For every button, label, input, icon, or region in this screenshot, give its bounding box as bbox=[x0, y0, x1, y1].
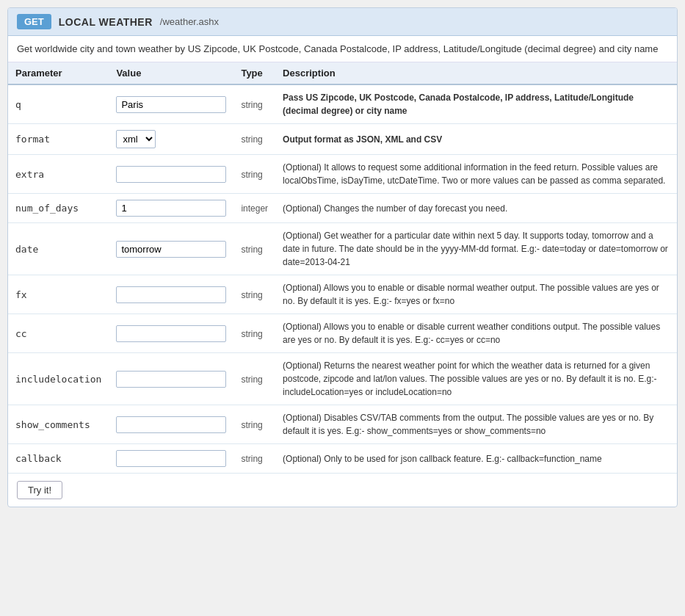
param-value-cell[interactable] bbox=[109, 405, 233, 444]
param-name: cc bbox=[15, 328, 27, 339]
param-name-cell: cc bbox=[8, 314, 109, 353]
param-name: num_of_days bbox=[15, 203, 79, 214]
table-row: qstringPass US Zipcode, UK Postcode, Can… bbox=[8, 84, 677, 124]
param-desc: (Optional) Disables CSV/TAB comments fro… bbox=[283, 413, 653, 436]
param-name: extra bbox=[15, 169, 44, 180]
param-value-cell[interactable] bbox=[109, 194, 233, 223]
api-panel: GET LOCAL WEATHER /weather.ashx Get worl… bbox=[7, 7, 678, 507]
param-desc: (Optional) Allows you to enable or disab… bbox=[283, 283, 659, 306]
parameters-table: Parameter Value Type Description qstring… bbox=[8, 62, 677, 473]
param-name: fx bbox=[15, 289, 27, 300]
param-desc-cell: Output format as JSON, XML and CSV bbox=[275, 124, 677, 155]
table-row: formatxmljsoncsvstringOutput format as J… bbox=[8, 124, 677, 155]
param-input-q[interactable] bbox=[116, 96, 226, 113]
table-row: callbackstring(Optional) Only to be used… bbox=[8, 444, 677, 474]
param-type: string bbox=[241, 374, 262, 385]
format-select-wrap: xmljsoncsv bbox=[116, 130, 226, 148]
param-type-cell: string bbox=[233, 84, 275, 124]
param-desc: Output format as JSON, XML and CSV bbox=[283, 134, 442, 145]
api-header: GET LOCAL WEATHER /weather.ashx bbox=[8, 8, 677, 36]
param-type: string bbox=[241, 290, 262, 300]
param-desc-cell: (Optional) Only to be used for json call… bbox=[275, 444, 677, 474]
param-desc-cell: (Optional) Changes the number of day for… bbox=[275, 194, 677, 223]
param-name: includelocation bbox=[15, 374, 101, 385]
param-type-cell: string bbox=[233, 223, 275, 275]
param-value-cell[interactable]: xmljsoncsv bbox=[109, 124, 233, 155]
table-row: ccstring(Optional) Allows you to enable … bbox=[8, 314, 677, 353]
param-input-includelocation[interactable] bbox=[116, 371, 226, 388]
param-name-cell: extra bbox=[8, 155, 109, 194]
param-input-date[interactable] bbox=[116, 241, 226, 258]
table-row: fxstring(Optional) Allows you to enable … bbox=[8, 275, 677, 314]
col-type: Type bbox=[233, 62, 275, 84]
param-type: string bbox=[241, 100, 262, 110]
param-type-cell: string bbox=[233, 444, 275, 474]
param-desc-cell: (Optional) Returns the nearest weather p… bbox=[275, 353, 677, 405]
param-type: string bbox=[241, 170, 262, 180]
param-name: callback bbox=[15, 453, 62, 464]
param-type-cell: string bbox=[233, 275, 275, 314]
param-type-cell: integer bbox=[233, 194, 275, 223]
param-name-cell: fx bbox=[8, 275, 109, 314]
param-input-show_comments[interactable] bbox=[116, 416, 226, 433]
param-name-cell: num_of_days bbox=[8, 194, 109, 223]
param-type: string bbox=[241, 454, 262, 464]
param-type: integer bbox=[241, 203, 268, 214]
table-row: includelocationstring(Optional) Returns … bbox=[8, 353, 677, 405]
param-desc-cell: (Optional) Disables CSV/TAB comments fro… bbox=[275, 405, 677, 444]
param-value-cell[interactable] bbox=[109, 275, 233, 314]
try-it-button[interactable]: Try it! bbox=[17, 481, 62, 499]
api-path: /weather.ashx bbox=[160, 16, 219, 27]
param-input-cc[interactable] bbox=[116, 325, 226, 342]
param-value-cell[interactable] bbox=[109, 314, 233, 353]
table-row: num_of_daysinteger(Optional) Changes the… bbox=[8, 194, 677, 223]
param-name: q bbox=[15, 99, 21, 110]
http-method-badge: GET bbox=[17, 14, 51, 29]
param-desc: (Optional) Changes the number of day for… bbox=[283, 203, 507, 214]
param-name-cell: includelocation bbox=[8, 353, 109, 405]
param-value-cell[interactable] bbox=[109, 223, 233, 275]
param-desc: (Optional) Get weather for a particular … bbox=[283, 231, 668, 267]
param-type-cell: string bbox=[233, 314, 275, 353]
param-value-cell[interactable] bbox=[109, 353, 233, 405]
param-input-callback[interactable] bbox=[116, 450, 226, 467]
param-desc-cell: (Optional) Allows you to enable or disab… bbox=[275, 314, 677, 353]
table-row: show_commentsstring(Optional) Disables C… bbox=[8, 405, 677, 444]
param-desc-cell: (Optional) It allows to request some add… bbox=[275, 155, 677, 194]
param-type: string bbox=[241, 134, 262, 145]
param-type: string bbox=[241, 244, 262, 255]
param-type-cell: string bbox=[233, 124, 275, 155]
col-parameter: Parameter bbox=[8, 62, 109, 84]
col-description: Description bbox=[275, 62, 677, 84]
api-description: Get worldwide city and town weather by U… bbox=[8, 36, 677, 62]
format-select[interactable]: xmljsoncsv bbox=[116, 130, 156, 148]
param-name: format bbox=[15, 134, 50, 145]
param-type: string bbox=[241, 420, 262, 430]
param-input-extra[interactable] bbox=[116, 166, 226, 183]
param-type-cell: string bbox=[233, 353, 275, 405]
try-it-bar: Try it! bbox=[8, 473, 677, 507]
param-desc: (Optional) Allows you to enable or disab… bbox=[283, 322, 660, 345]
param-value-cell[interactable] bbox=[109, 444, 233, 474]
param-input-fx[interactable] bbox=[116, 286, 226, 303]
col-value: Value bbox=[109, 62, 233, 84]
table-header-row: Parameter Value Type Description bbox=[8, 62, 677, 84]
param-name: date bbox=[15, 244, 38, 255]
param-desc-cell: Pass US Zipcode, UK Postcode, Canada Pos… bbox=[275, 84, 677, 124]
param-type-cell: string bbox=[233, 405, 275, 444]
param-value-cell[interactable] bbox=[109, 155, 233, 194]
param-name-cell: callback bbox=[8, 444, 109, 474]
param-name-cell: format bbox=[8, 124, 109, 155]
param-name-cell: date bbox=[8, 223, 109, 275]
table-row: extrastring(Optional) It allows to reque… bbox=[8, 155, 677, 194]
param-desc: (Optional) Only to be used for json call… bbox=[283, 454, 602, 464]
api-title: LOCAL WEATHER bbox=[59, 16, 153, 28]
param-desc-cell: (Optional) Get weather for a particular … bbox=[275, 223, 677, 275]
param-type-cell: string bbox=[233, 155, 275, 194]
param-desc-cell: (Optional) Allows you to enable or disab… bbox=[275, 275, 677, 314]
param-input-num_of_days[interactable] bbox=[116, 200, 226, 217]
param-desc: (Optional) Returns the nearest weather p… bbox=[283, 360, 656, 397]
param-name-cell: q bbox=[8, 84, 109, 124]
param-value-cell[interactable] bbox=[109, 84, 233, 124]
param-desc: (Optional) It allows to request some add… bbox=[283, 162, 665, 186]
